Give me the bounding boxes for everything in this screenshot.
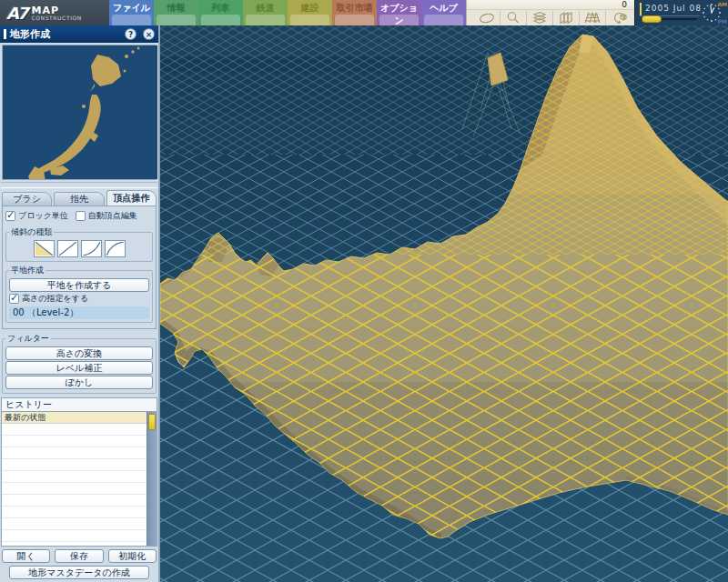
menubar: A7 MAP CONSTRUCTION ファイル 情報 列車 鉄道 建設: [0, 0, 728, 25]
reset-button[interactable]: 初期化: [108, 549, 157, 563]
file-buttons-row: 開く 保存 初期化: [0, 547, 158, 564]
history-item-latest[interactable]: 最新の状態: [2, 412, 147, 424]
flat-land-group: 平地作成 平地を作成する 高さの指定をする 00 （Level-2）: [5, 265, 153, 323]
filter-group: フィルター 高さの変換 レベル補正 ぼかし: [2, 333, 157, 394]
create-master-data-button[interactable]: 地形マスタデータの作成: [9, 566, 149, 579]
history-item-empty: [2, 483, 147, 495]
close-button[interactable]: ×: [143, 28, 155, 40]
a7-logo-icon: A7: [6, 4, 26, 23]
menu-options[interactable]: オプション: [377, 0, 421, 25]
cross-section-icon[interactable]: [552, 11, 579, 25]
checkbox-checked-icon[interactable]: [5, 211, 15, 221]
menu-train: 列車: [198, 0, 243, 25]
view-toolbar: 0: [466, 0, 634, 25]
scrollbar-thumb[interactable]: [148, 414, 156, 430]
history-item-empty: [2, 518, 147, 530]
terrain-3d-view[interactable]: [160, 25, 728, 582]
terrain-tool-panel: 地形作成 ? ×: [0, 25, 160, 582]
map-construction-window: A7 MAP CONSTRUCTION ファイル 情報 列車 鉄道 建設: [0, 0, 728, 582]
vertex-operation-panel: ブロック単位 自動頂点編集 傾斜の種類: [2, 206, 157, 329]
pm-label: PM: [718, 18, 727, 25]
layers-icon[interactable]: [526, 11, 552, 25]
history-title: ヒストリー: [2, 398, 157, 412]
zoom-icon[interactable]: [500, 11, 526, 25]
history-item-empty: [2, 424, 147, 436]
save-button[interactable]: 保存: [55, 549, 103, 563]
slope-line-icon[interactable]: [57, 240, 78, 257]
tab-vertex-operation[interactable]: 頂点操作: [106, 190, 157, 206]
history-item-empty: [2, 495, 147, 507]
menu-info: 情報: [154, 0, 198, 25]
menu-railway: 鉄道: [243, 0, 288, 25]
help-button[interactable]: ?: [125, 28, 136, 40]
auto-vertex-checkbox[interactable]: 自動頂点編集: [76, 210, 137, 222]
panel-header: 地形作成 ? ×: [0, 25, 158, 43]
history-scrollbar[interactable]: [147, 412, 157, 547]
history-item-empty: [2, 447, 147, 459]
checkbox-unchecked-icon[interactable]: [76, 211, 86, 221]
game-clock: 2005 Jul 08 AM PM: [634, 0, 728, 25]
menu-help[interactable]: ヘルプ: [421, 0, 466, 25]
date-display: 2005 Jul 08: [645, 4, 702, 13]
history-section: ヒストリー 最新の状態: [1, 397, 157, 547]
blur-button[interactable]: ぼかし: [5, 376, 153, 389]
create-flat-land-button[interactable]: 平地を作成する: [9, 278, 149, 292]
history-item-empty: [2, 507, 147, 518]
counter-value: 0: [467, 0, 634, 10]
logo-map-text: MAP: [31, 5, 81, 15]
slope-type-group: 傾斜の種類: [5, 226, 153, 262]
history-item-empty: [2, 436, 147, 447]
tool-tabs: ブラシ 指先 頂点操作: [0, 190, 158, 206]
date-tick: [640, 3, 642, 16]
app-logo: A7 MAP CONSTRUCTION: [0, 0, 109, 25]
history-item-empty: [2, 459, 147, 471]
specify-height-checkbox[interactable]: 高さの指定をする: [9, 293, 149, 305]
level-correction-button[interactable]: レベル補正: [5, 361, 153, 375]
block-unit-checkbox[interactable]: ブロック単位: [5, 210, 68, 222]
panel-divider: [1, 182, 157, 188]
wireframe-icon[interactable]: [579, 11, 605, 25]
time-slider-thumb[interactable]: [642, 15, 662, 23]
rotate-view-icon[interactable]: [605, 11, 632, 25]
menu-file[interactable]: ファイル: [109, 0, 154, 25]
slope-convex-icon[interactable]: [105, 240, 126, 257]
checkbox-checked-icon[interactable]: [9, 294, 19, 304]
history-item-empty: [2, 471, 147, 483]
panel-title: 地形作成: [10, 27, 50, 41]
menu-market: 取引市場: [332, 0, 377, 25]
slope-filled-icon[interactable]: [34, 240, 55, 257]
japan-minimap[interactable]: [2, 45, 157, 180]
tab-fingertip[interactable]: 指先: [54, 192, 104, 206]
height-level-field[interactable]: 00 （Level-2）: [9, 306, 149, 319]
plane-view-icon[interactable]: [473, 11, 500, 25]
tab-brush[interactable]: ブラシ: [2, 192, 52, 206]
history-list[interactable]: 最新の状態: [2, 412, 157, 547]
open-button[interactable]: 開く: [2, 549, 50, 563]
am-label: AM: [717, 1, 727, 7]
history-item-empty: [2, 530, 147, 542]
menu-construction: 建設: [288, 0, 332, 25]
height-convert-button[interactable]: 高さの変換: [5, 346, 153, 360]
logo-construction-text: CONSTRUCTION: [31, 15, 81, 21]
history-item-empty: [2, 542, 147, 547]
slope-concave-icon[interactable]: [81, 240, 102, 257]
